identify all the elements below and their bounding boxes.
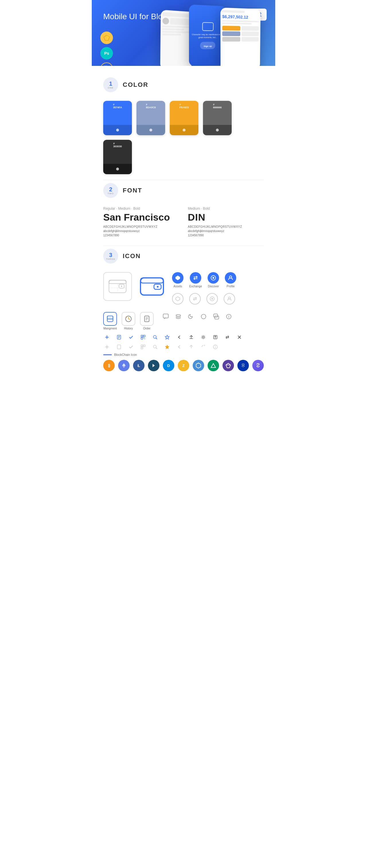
icon-title: ICON (123, 252, 141, 260)
svg-rect-59 (141, 345, 143, 347)
gear-icon (200, 334, 207, 341)
discover-icon (207, 272, 219, 284)
svg-text:Ł: Ł (138, 363, 140, 368)
phones-area: Character may be manifested in the great… (161, 9, 275, 66)
svg-rect-58 (117, 345, 121, 349)
section-number-2: 2 TWO (103, 183, 118, 198)
svg-rect-9 (140, 278, 163, 283)
svg-rect-43 (143, 335, 145, 337)
icon-grid-row-1 (103, 334, 264, 341)
svg-marker-16 (176, 297, 180, 301)
share-icon-faded (188, 343, 195, 351)
swatch-dark: #303030 (103, 140, 132, 174)
svg-point-30 (201, 314, 206, 319)
bitcoin-icon: ₿ (103, 360, 115, 371)
assets-outlined-icon (172, 293, 184, 305)
svg-line-48 (156, 338, 157, 339)
svg-rect-31 (214, 314, 218, 317)
share-icon (188, 334, 195, 341)
color-swatches: #3574FA #8DA0C8 #F5A623 #666666 #303030 (103, 101, 264, 174)
svg-rect-61 (141, 347, 143, 349)
font-section-header: 2 TWO FONT (103, 183, 264, 198)
assets-icon-outlined (172, 293, 184, 305)
svg-marker-12 (175, 276, 180, 280)
profile-icon-outlined (224, 293, 235, 305)
svg-marker-77 (226, 363, 230, 368)
svg-rect-60 (143, 345, 145, 347)
chat2-icon (211, 312, 221, 321)
upload-icon (211, 334, 219, 341)
profile-outlined-icon (224, 293, 235, 305)
svg-rect-32 (215, 316, 219, 319)
profile-icon-item: Profile (225, 272, 236, 288)
swatch-gray: #666666 (203, 101, 232, 135)
circle-icon (199, 312, 208, 321)
assets-icon (172, 272, 184, 284)
syscoin-icon (252, 360, 264, 371)
svg-rect-28 (163, 314, 168, 318)
svg-point-5 (121, 286, 122, 287)
font-san-francisco: Regular · Medium · Bold San Francisco AB… (103, 207, 179, 237)
star-icon (163, 334, 171, 341)
hero-section: Mobile UI for Blockchain Wallet UI Kit P… (92, 0, 275, 66)
svg-rect-21 (107, 316, 113, 318)
order-icon (140, 312, 154, 326)
redo-icon (200, 343, 207, 351)
svg-rect-42 (141, 335, 143, 337)
svg-rect-8 (140, 278, 163, 295)
iota-icon (193, 360, 204, 371)
svg-rect-20 (107, 316, 113, 322)
check-icon (127, 334, 135, 341)
discover-icon-outlined (206, 293, 218, 305)
layers-icon (174, 312, 183, 321)
svg-point-62 (153, 345, 156, 348)
history-icon-item: History (121, 312, 135, 330)
blockchain-label-row: BlockChain Icon (103, 353, 264, 356)
profile-icon (225, 272, 236, 284)
exchange-icon (190, 272, 201, 284)
icon-grid-row-2 (103, 343, 264, 351)
exchange-icon-outlined (189, 293, 201, 305)
blockchain-label: BlockChain Icon (114, 353, 137, 356)
svg-rect-45 (144, 338, 144, 338)
swatch-blue: #3574FA (103, 101, 132, 135)
nav-icons-group: Assets Exchange Discover (172, 272, 236, 306)
svg-point-29 (176, 314, 181, 316)
svg-rect-3 (109, 280, 126, 284)
app-icons-row: Mangment History (103, 312, 264, 330)
info-icon-faded (211, 343, 219, 351)
ps-badge: Ps (101, 47, 113, 60)
swatch-grayblue: #8DA0C8 (137, 101, 165, 135)
augur-icon (207, 360, 219, 371)
svg-point-18 (211, 298, 213, 299)
matic-icon (237, 360, 249, 371)
chevron-left-icon-faded (175, 343, 183, 351)
order-icon-item: Order (140, 312, 154, 330)
search-icon-faded (151, 343, 159, 351)
blockchain-line (103, 354, 112, 355)
stratis-icon (148, 360, 160, 371)
discover-outlined-icon (206, 293, 218, 305)
edit-doc-icon (115, 334, 123, 341)
svg-point-51 (202, 336, 204, 338)
color-title: COLOR (123, 81, 148, 89)
svg-text:₿: ₿ (108, 363, 110, 368)
chevron-left-icon (175, 334, 183, 341)
icon-main-row: Assets Exchange Discover (103, 272, 264, 306)
exchange-outlined-icon (189, 293, 201, 305)
qr-icon-faded (139, 343, 147, 351)
sketch-badge (101, 32, 113, 44)
wallet-wireframe-icon (103, 272, 132, 301)
ethereum-icon (118, 360, 130, 371)
color-section-header: 1 ONE COLOR (103, 78, 264, 92)
section-number-1: 1 ONE (103, 78, 118, 92)
zcash-icon: Z (178, 360, 189, 371)
svg-text:Z: Z (182, 364, 185, 368)
search-icon (151, 334, 159, 341)
close-icon (236, 334, 243, 341)
icon-section-header: 3 THREE ICON (103, 249, 264, 264)
svg-point-11 (157, 286, 159, 288)
qr-icon (139, 334, 147, 341)
litecoin-icon: Ł (133, 360, 144, 371)
hero-badges: Ps 60+Screens (101, 32, 113, 66)
